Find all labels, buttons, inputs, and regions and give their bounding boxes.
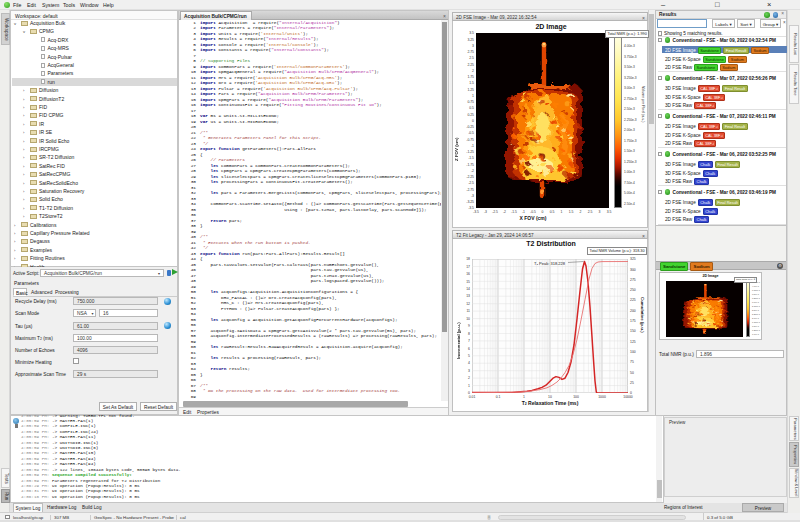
svg-text:T₂ Peak: 318.228: T₂ Peak: 318.228 xyxy=(534,261,566,266)
